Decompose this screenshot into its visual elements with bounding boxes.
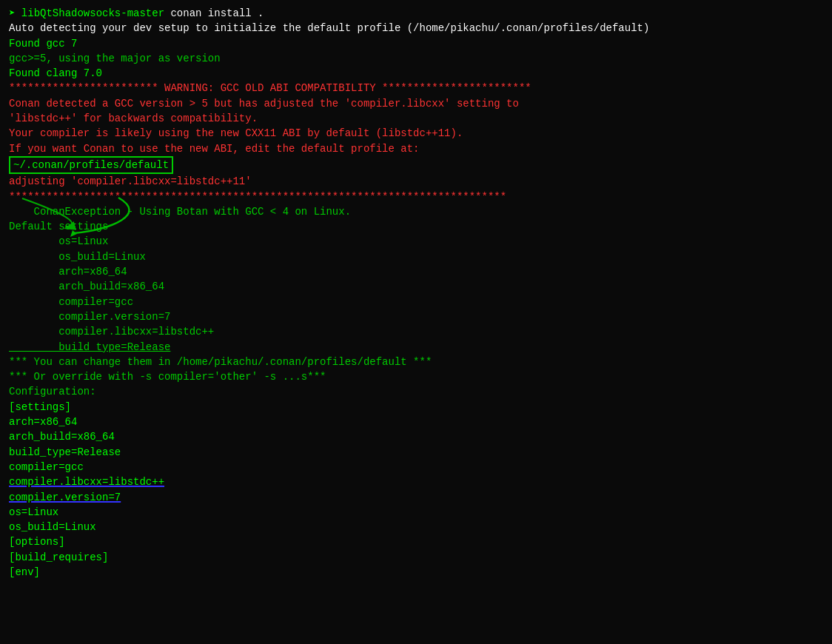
terminal-line: os_build=Linux [9,520,823,534]
terminal-line: ConanException - Using Botan with GCC < … [9,204,823,219]
terminal-line: arch_build=x86_64 [9,279,823,294]
terminal-line: build_type=Release [9,340,823,355]
terminal-line: compiler=gcc [9,460,823,474]
terminal-line: [settings] [9,400,823,415]
terminal-line: compiler.libcxx=libstdc++ [9,324,823,339]
terminal-line: compiler.version=7 [9,490,823,505]
terminal-line: ~/.conan/profiles/default [9,156,823,174]
terminal-line: Found gcc 7 [9,36,823,51]
terminal-window[interactable]: ➤ libQtShadowsocks-master conan install … [0,0,832,644]
terminal-line: [env] [9,565,823,580]
terminal-line: compiler=gcc [9,295,823,309]
terminal-line: Conan detected a GCC version > 5 but has… [9,96,823,111]
terminal-line: compiler.libcxx=libstdc++ [9,474,823,489]
terminal-line: Default settings [9,219,823,234]
terminal-line: gcc>=5, using the major as version [9,51,823,66]
terminal-line: arch_build=x86_64 [9,429,823,444]
terminal-line: os_build=Linux [9,249,823,264]
terminal-line: os=Linux [9,234,823,249]
terminal-line: Found clang 7.0 [9,66,823,81]
terminal-line: *** You can change them in /home/pikachu… [9,355,823,369]
terminal-line: arch=x86_64 [9,264,823,279]
terminal-line: ****************************************… [9,189,823,204]
terminal-line: adjusting 'compiler.libcxx=libstdc++11' [9,174,823,189]
terminal-line: arch=x86_64 [9,415,823,429]
terminal-line: [build_requires] [9,550,823,565]
terminal-line: *** Or override with -s compiler='other'… [9,369,823,384]
terminal-line: If you want Conan to use the new ABI, ed… [9,141,823,156]
terminal-line: ************************ WARNING: GCC OL… [9,81,823,95]
terminal-line: [options] [9,534,823,549]
terminal-line: compiler.version=7 [9,309,823,324]
terminal-line: Auto detecting your dev setup to initial… [9,21,823,36]
terminal-line: os=Linux [9,505,823,520]
terminal-line: Your compiler is likely using the new CX… [9,126,823,141]
terminal-line: ➤ libQtShadowsocks-master conan install … [9,6,823,21]
terminal-line: Configuration: [9,384,823,399]
terminal-line: 'libstdc++' for backwards compatibility. [9,111,823,126]
terminal-line: build_type=Release [9,445,823,460]
